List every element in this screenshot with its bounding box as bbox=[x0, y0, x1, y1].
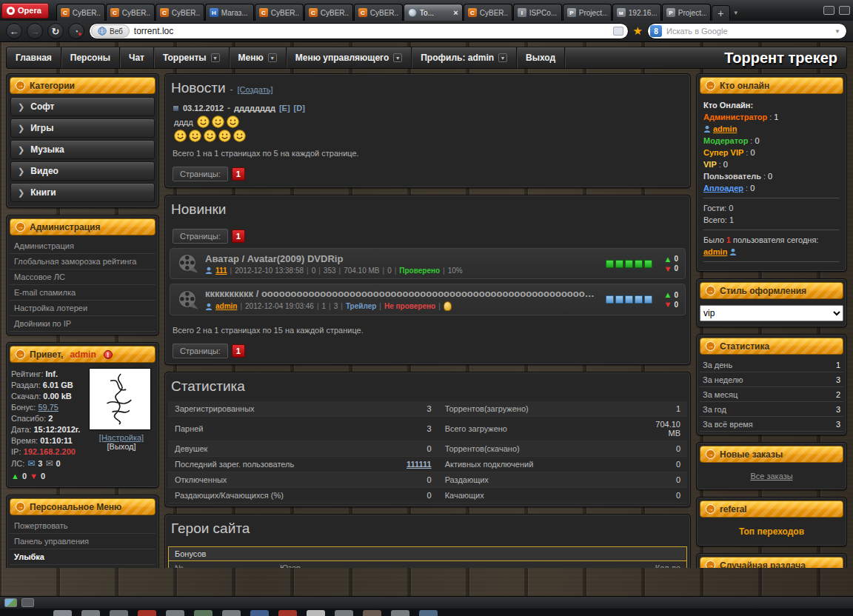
inbox-count[interactable]: 3 bbox=[38, 459, 42, 468]
browser-tab-active[interactable]: То...× bbox=[404, 4, 463, 21]
images-toggle-icon[interactable] bbox=[4, 598, 17, 607]
outbox-count[interactable]: 0 bbox=[56, 459, 60, 468]
forward-button[interactable]: → bbox=[27, 23, 43, 39]
nav-item-logout[interactable]: Выход bbox=[517, 47, 565, 68]
category-books[interactable]: ❯Книги bbox=[10, 183, 155, 202]
browser-tab[interactable]: CCyBER... bbox=[304, 4, 353, 21]
search-box[interactable]: 8 Искать в Google ▼ bbox=[647, 23, 847, 39]
bonus-link[interactable]: 59.75 bbox=[38, 403, 58, 412]
settings-link[interactable]: [Настройка] bbox=[99, 433, 144, 442]
bookmark-star-icon[interactable]: ★ bbox=[633, 24, 643, 38]
browser-tab[interactable]: CCyBER... bbox=[56, 4, 105, 21]
browser-tab[interactable]: CCyBER... bbox=[155, 4, 204, 21]
trailer-link[interactable]: Трейлер bbox=[346, 302, 376, 310]
all-orders-link[interactable]: Все заказы bbox=[750, 472, 792, 481]
taskbar-button[interactable] bbox=[222, 610, 241, 616]
browser-tab[interactable]: PProject... bbox=[662, 4, 711, 21]
browser-tab[interactable]: CCyBER... bbox=[106, 4, 155, 21]
panel-header[interactable]: →Администрация bbox=[10, 218, 155, 235]
category-games[interactable]: ❯Игры bbox=[10, 118, 155, 138]
nav-item-profile[interactable]: Профиль: admin▼ bbox=[412, 47, 517, 68]
taskbar-button[interactable] bbox=[110, 610, 128, 616]
nav-item-menu[interactable]: Меню▼ bbox=[230, 47, 287, 68]
news-edit-link[interactable]: [E] bbox=[279, 104, 290, 113]
reload-button[interactable]: ↻ bbox=[47, 23, 64, 39]
news-item-title[interactable]: дддддддд bbox=[234, 104, 275, 113]
panel-header[interactable]: →Статистика bbox=[700, 338, 843, 355]
top-transitions-link[interactable]: Топ переходов bbox=[739, 526, 804, 537]
panel-header[interactable]: →Категории bbox=[10, 77, 155, 94]
nav-item-home[interactable]: Главная bbox=[7, 47, 61, 68]
last-user-link[interactable]: 111111 bbox=[407, 460, 432, 469]
admin-link[interactable]: Массовое ЛС bbox=[10, 270, 155, 285]
tab-close-icon[interactable]: × bbox=[453, 8, 458, 17]
browser-tab[interactable]: CCyBER... bbox=[464, 4, 512, 21]
style-select[interactable]: vip bbox=[700, 305, 843, 321]
torrent-title[interactable]: Аватар / Avatar(2009) DVDRip bbox=[205, 253, 600, 264]
torrent-uploader-link[interactable]: admin bbox=[215, 302, 237, 310]
category-soft[interactable]: ❯Софт bbox=[10, 97, 155, 116]
browser-tab[interactable]: НМагаз... bbox=[205, 4, 254, 21]
news-create-link[interactable]: [Создать] bbox=[238, 85, 273, 94]
torrent-row[interactable]: кккккккккк / ооооооооооооооооооооооооооо… bbox=[170, 284, 686, 315]
page-number-button[interactable]: 1 bbox=[232, 344, 245, 358]
logout-link[interactable]: [Выход] bbox=[107, 442, 136, 451]
panel-header[interactable]: →Стиль оформления bbox=[700, 282, 843, 299]
site-badge[interactable]: Веб bbox=[91, 24, 130, 38]
panel-header[interactable]: →referal bbox=[700, 500, 843, 518]
category-music[interactable]: ❯Музыка bbox=[10, 140, 155, 159]
taskbar-button[interactable] bbox=[363, 610, 381, 616]
news-delete-link[interactable]: [D] bbox=[294, 104, 305, 113]
panels-toggle-icon[interactable] bbox=[823, 6, 834, 15]
page-number-button[interactable]: 1 bbox=[232, 167, 245, 181]
taskbar-button[interactable] bbox=[166, 610, 184, 616]
url-text[interactable]: torrent.loc bbox=[134, 26, 609, 36]
search-placeholder[interactable]: Искать в Google bbox=[666, 27, 830, 36]
panel-header[interactable]: →Новые заказы bbox=[700, 446, 843, 463]
browser-tab[interactable]: IISPCo... bbox=[513, 4, 562, 21]
new-tab-button[interactable]: + bbox=[712, 5, 730, 21]
taskbar-button[interactable] bbox=[138, 610, 156, 616]
greeting-username[interactable]: admin bbox=[70, 349, 96, 360]
personal-link-smile[interactable]: Улыбка bbox=[10, 549, 155, 565]
page-number-button[interactable]: 1 bbox=[232, 230, 245, 243]
online-user-link[interactable]: admin bbox=[713, 124, 737, 133]
panel-header[interactable]: →Персональное Меню bbox=[10, 498, 155, 515]
panel-header[interactable]: →Кто онлайн bbox=[700, 77, 843, 94]
admin-link[interactable]: Двойники по IP bbox=[10, 316, 155, 332]
personal-link-profile[interactable]: Профиль bbox=[10, 565, 155, 568]
browser-tab[interactable]: PProject... bbox=[563, 4, 612, 21]
chevron-down-icon[interactable]: ▼ bbox=[834, 28, 840, 35]
window-restore-icon[interactable] bbox=[839, 6, 850, 15]
outbox-envelope-icon[interactable]: ✉ bbox=[45, 458, 53, 469]
opera-menu-button[interactable]: Opera bbox=[1, 3, 49, 19]
admin-link[interactable]: Настройка лотереи bbox=[10, 301, 155, 316]
role-link[interactable]: Аплоадер bbox=[703, 184, 743, 192]
personal-link-control[interactable]: Панель управления bbox=[10, 534, 155, 549]
nav-item-persons[interactable]: Персоны bbox=[61, 47, 120, 68]
panel-header[interactable]: →Случайная раздача bbox=[700, 557, 843, 568]
torrent-row[interactable]: Аватар / Avatar(2009) DVDRip 111 | 2012-… bbox=[170, 248, 686, 279]
personal-link-donate[interactable]: Пожертвовать bbox=[10, 518, 155, 534]
torrent-title[interactable]: кккккккккк / ооооооооооооооооооооооооооо… bbox=[205, 288, 600, 299]
taskbar-button[interactable] bbox=[335, 610, 353, 616]
taskbar-button[interactable] bbox=[194, 610, 213, 616]
admin-link[interactable]: E-mail спамилка bbox=[10, 285, 155, 301]
screenshot-icon[interactable] bbox=[21, 598, 34, 607]
news-bullet-icon[interactable] bbox=[173, 105, 179, 112]
taskbar-button[interactable] bbox=[307, 610, 325, 616]
today-user-link[interactable]: admin bbox=[703, 247, 727, 256]
inbox-envelope-icon[interactable]: ✉ bbox=[27, 458, 35, 469]
tab-list-chevron-icon[interactable]: ▼ bbox=[730, 5, 742, 21]
reader-mode-icon[interactable] bbox=[613, 27, 623, 36]
browser-tab[interactable]: м192.16... bbox=[612, 4, 661, 21]
nav-item-torrents[interactable]: Торренты▼ bbox=[154, 47, 230, 68]
browser-tab[interactable]: CCyBER... bbox=[354, 4, 403, 21]
torrent-uploader-link[interactable]: 111 bbox=[215, 267, 227, 275]
taskbar-button[interactable] bbox=[419, 610, 438, 616]
taskbar-button[interactable] bbox=[250, 610, 269, 616]
browser-tab[interactable]: CCyBER... bbox=[255, 4, 304, 21]
address-field[interactable]: Веб torrent.loc bbox=[89, 23, 629, 39]
taskbar-button[interactable] bbox=[278, 610, 297, 616]
opera-turbo-icon[interactable]: ◔ bbox=[68, 23, 84, 39]
